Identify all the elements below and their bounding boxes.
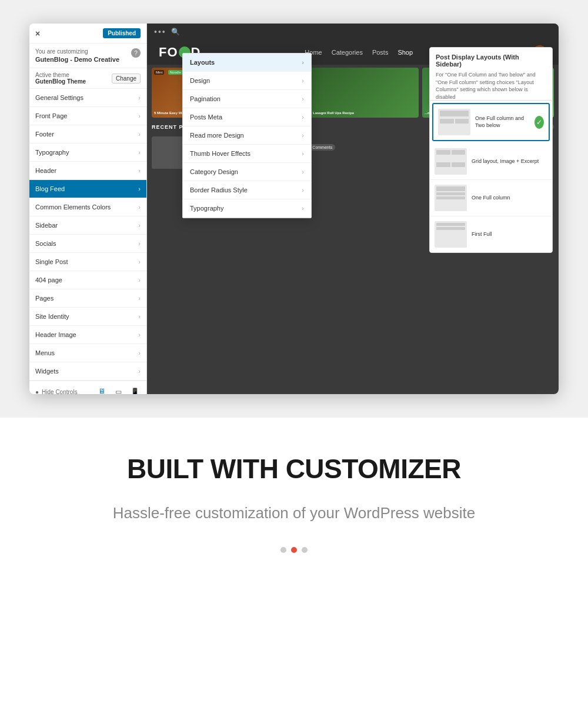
nav-categories[interactable]: Categories bbox=[332, 49, 363, 56]
chevron-right-icon: › bbox=[138, 112, 141, 119]
layout-option-one-full[interactable]: One Full column bbox=[430, 180, 552, 216]
layout-label-3: One Full column bbox=[472, 195, 510, 202]
chevron-right-icon: › bbox=[138, 331, 141, 338]
mobile-icon[interactable]: 📱 bbox=[129, 386, 141, 394]
menu-item-socials[interactable]: Socials › bbox=[29, 235, 146, 253]
menu-item-front-page[interactable]: Front Page › bbox=[29, 107, 146, 125]
chevron-right-icon: › bbox=[138, 295, 141, 302]
layout-thumb-2 bbox=[435, 148, 467, 175]
carousel-dot-2[interactable] bbox=[291, 547, 297, 553]
bottom-section: BUILT WITH CUSTOMIZER Hassle-free custom… bbox=[0, 418, 588, 582]
menu-item-general-settings[interactable]: General Settings › bbox=[29, 89, 146, 107]
chevron-right-icon: › bbox=[138, 368, 141, 375]
layout-option-grid[interactable]: Grid layout, Image + Excerpt bbox=[430, 144, 552, 180]
chevron-right-icon: › bbox=[302, 77, 304, 84]
menu-item-footer[interactable]: Footer › bbox=[29, 125, 146, 144]
change-theme-button[interactable]: Change bbox=[112, 74, 141, 84]
menu-item-blog-feed[interactable]: Blog Feed › bbox=[29, 180, 146, 198]
screenshot-area: × Published You are customizing GutenBlo… bbox=[0, 0, 588, 418]
layout-option-one-full-two[interactable]: One Full column and Two below ✓ bbox=[432, 103, 550, 141]
dropdown-item-category[interactable]: Category Design › bbox=[183, 163, 311, 181]
dropdown-item-design[interactable]: Design › bbox=[183, 72, 311, 90]
carousel-dot-1[interactable] bbox=[280, 547, 286, 553]
mp-tab-comments[interactable]: Comments bbox=[309, 144, 335, 151]
card-tag-noodle: Noodle bbox=[168, 70, 183, 75]
dropdown-item-posts-meta[interactable]: Posts Meta › bbox=[183, 108, 311, 126]
nav-posts[interactable]: Posts bbox=[372, 49, 389, 56]
customizing-text: You are customizing GutenBlog - Demo Cre… bbox=[35, 48, 119, 63]
search-icon: 🔍 bbox=[171, 28, 180, 36]
layout-label-1: One Full column and Two below bbox=[475, 115, 530, 129]
info-tooltip: Post Display Layouts (With Sidebar) For … bbox=[429, 47, 553, 107]
customizer-info: You are customizing GutenBlog - Demo Cre… bbox=[29, 44, 146, 68]
hide-controls-button[interactable]: ● Hide Controls bbox=[35, 389, 78, 395]
layout-thumb-1 bbox=[438, 109, 470, 135]
chevron-right-icon: › bbox=[138, 185, 141, 192]
chevron-right-icon: › bbox=[138, 94, 141, 101]
site-name: GutenBlog - Demo Creative bbox=[35, 56, 119, 63]
card-tag: Mint bbox=[154, 70, 164, 75]
dropdown-item-border-radius[interactable]: Border Radius Style › bbox=[183, 181, 311, 199]
browser-window: × Published You are customizing GutenBlo… bbox=[29, 24, 559, 394]
eye-icon: ● bbox=[35, 389, 39, 395]
chevron-right-icon: › bbox=[302, 95, 304, 102]
menu-item-menus[interactable]: Menus › bbox=[29, 344, 146, 362]
dropdown-item-thumb-hover[interactable]: Thumb Hover Effects › bbox=[183, 145, 311, 163]
layout-thumb-4 bbox=[435, 221, 467, 248]
nav-shop[interactable]: Shop bbox=[397, 49, 413, 56]
menu-item-widgets[interactable]: Widgets › bbox=[29, 362, 146, 381]
dropdown-item-typography[interactable]: Typography › bbox=[183, 199, 311, 218]
chevron-right-icon: › bbox=[138, 149, 141, 156]
menu-item-typography[interactable]: Typography › bbox=[29, 144, 146, 162]
menu-item-header[interactable]: Header › bbox=[29, 162, 146, 180]
tooltip-title: Post Display Layouts (With Sidebar) bbox=[436, 54, 546, 68]
customizer-panel: × Published You are customizing GutenBlo… bbox=[29, 24, 147, 394]
carousel-dots bbox=[29, 547, 559, 553]
menu-item-sidebar[interactable]: Sidebar › bbox=[29, 216, 146, 235]
chevron-right-icon: › bbox=[138, 313, 141, 320]
layout-thumb-3 bbox=[435, 185, 467, 211]
customizer-footer: ● Hide Controls 🖥 ▭ 📱 bbox=[29, 381, 146, 394]
chevron-right-icon: › bbox=[138, 258, 141, 265]
desktop-icon[interactable]: 🖥 bbox=[96, 386, 108, 394]
chevron-right-icon: › bbox=[302, 205, 304, 212]
menu-item-single-post[interactable]: Single Post › bbox=[29, 253, 146, 271]
menu-item-common-elements[interactable]: Common Elements Colors › bbox=[29, 198, 146, 216]
chevron-right-icon: › bbox=[302, 186, 304, 194]
dropdown-item-read-more[interactable]: Read more Design › bbox=[183, 126, 311, 145]
chevron-right-icon: › bbox=[138, 240, 141, 247]
sub-heading: Hassle-free customization of your WordPr… bbox=[29, 502, 559, 523]
theme-name: GutenBlog Theme bbox=[35, 78, 86, 85]
chevron-right-icon: › bbox=[302, 132, 304, 139]
chevron-right-icon: › bbox=[302, 59, 304, 66]
menu-item-site-identity[interactable]: Site Identity › bbox=[29, 308, 146, 326]
footer-icons: 🖥 ▭ 📱 bbox=[96, 386, 141, 394]
selected-checkmark-icon: ✓ bbox=[534, 116, 544, 129]
tablet-icon[interactable]: ▭ bbox=[112, 386, 124, 394]
menu-item-header-image[interactable]: Header Image › bbox=[29, 326, 146, 344]
chevron-right-icon: › bbox=[138, 349, 141, 356]
menu-item-404[interactable]: 404 page › bbox=[29, 271, 146, 289]
chevron-right-icon: › bbox=[302, 168, 304, 175]
carousel-dot-3[interactable] bbox=[302, 547, 308, 553]
layout-label-4: First Full bbox=[472, 231, 492, 238]
close-icon[interactable]: × bbox=[35, 29, 40, 38]
chevron-right-icon: › bbox=[302, 114, 304, 121]
active-theme-row: Active theme GutenBlog Theme Change bbox=[29, 68, 146, 89]
customizer-header: × Published bbox=[29, 24, 146, 44]
active-theme-label: Active theme bbox=[35, 72, 86, 78]
chevron-right-icon: › bbox=[138, 167, 141, 174]
dropdown-item-pagination[interactable]: Pagination › bbox=[183, 90, 311, 108]
chevron-right-icon: › bbox=[138, 131, 141, 138]
help-icon[interactable]: ? bbox=[131, 48, 141, 58]
customizer-menu: General Settings › Front Page › Footer ›… bbox=[29, 89, 146, 381]
menu-item-pages[interactable]: Pages › bbox=[29, 289, 146, 308]
published-badge: Published bbox=[103, 28, 141, 38]
website-topbar: ••• 🔍 bbox=[147, 24, 559, 40]
layout-option-first-full[interactable]: First Full bbox=[430, 216, 552, 252]
layout-options-panel: One Full column and Two below ✓ Grid lay… bbox=[429, 100, 553, 253]
chevron-right-icon: › bbox=[138, 204, 141, 211]
chevron-right-icon: › bbox=[138, 276, 141, 284]
nav-links: Home Categories Posts Shop bbox=[305, 49, 413, 56]
dropdown-item-layouts[interactable]: Layouts › bbox=[183, 54, 311, 72]
